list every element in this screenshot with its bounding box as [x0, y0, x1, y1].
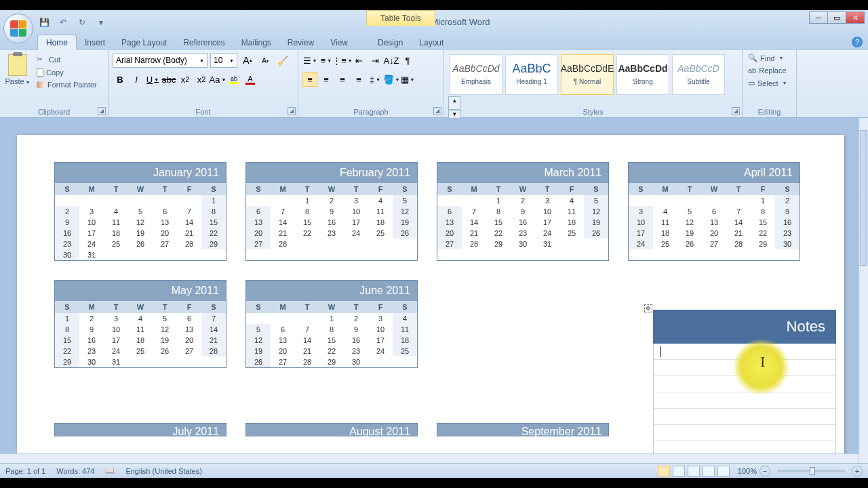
vertical-scrollbar[interactable] — [859, 118, 868, 463]
calendar-partial: August 2011 — [245, 423, 418, 436]
word-count[interactable]: Words: 474 — [56, 467, 94, 475]
subscript-button[interactable]: x2 — [178, 72, 193, 87]
italic-button[interactable]: I — [129, 72, 144, 87]
save-icon[interactable]: 💾 — [37, 16, 51, 29]
proofing-icon[interactable]: 📖 — [105, 466, 115, 475]
print-layout-view[interactable] — [658, 466, 670, 476]
style-subtitle[interactable]: AaBbCcDSubtitle — [672, 54, 725, 95]
scissors-icon: ✂ — [37, 55, 46, 64]
find-button[interactable]: 🔍Find▼ — [747, 52, 792, 64]
tab-references[interactable]: References — [175, 35, 233, 50]
help-icon[interactable]: ? — [852, 37, 863, 47]
group-paragraph: ☰▼ ≡▼ ⋮≡▼ ⇤ ⇥ A↓Z ¶ ≡ ≡ ≡ ≡ ‡▼ 🪣▼ ▦▼ Par… — [298, 50, 444, 117]
align-left-button[interactable]: ≡ — [302, 72, 317, 87]
qat-dropdown-icon[interactable]: ▾ — [94, 16, 108, 29]
tab-review[interactable]: Review — [279, 35, 322, 50]
paste-button[interactable]: Paste▼ — [4, 53, 31, 99]
underline-button[interactable]: U▼ — [145, 72, 160, 87]
bold-button[interactable]: B — [113, 72, 127, 87]
replace-icon: ab — [748, 66, 756, 75]
font-dialog-launcher[interactable]: ◢ — [288, 107, 296, 115]
font-name-select[interactable]: Arial Narrow (Body)▼ — [113, 53, 208, 68]
copy-icon — [37, 68, 43, 77]
title-bar: 💾 ↶ ↻ ▾ Document5 - Microsoft Word Table… — [0, 10, 868, 34]
web-layout-view[interactable] — [688, 466, 700, 476]
find-icon: 🔍 — [748, 54, 757, 62]
clear-format-icon[interactable]: 🧹 — [275, 53, 290, 68]
font-color-button[interactable]: A — [243, 72, 258, 87]
horizontal-scrollbar[interactable] — [0, 453, 859, 463]
style-strong[interactable]: AaBbCcDdStrong — [616, 54, 669, 95]
replace-button[interactable]: abReplace — [747, 64, 792, 77]
full-screen-view[interactable] — [673, 466, 685, 476]
select-button[interactable]: ▭Select▼ — [747, 77, 792, 89]
style--normal[interactable]: AaBbCcDdE¶ Normal — [561, 54, 614, 95]
paragraph-dialog-launcher[interactable]: ◢ — [433, 107, 441, 115]
tab-insert[interactable]: Insert — [77, 35, 113, 50]
tab-design[interactable]: Design — [370, 35, 411, 50]
style-heading-1[interactable]: AaBbCHeading 1 — [505, 54, 558, 95]
outline-view[interactable] — [703, 466, 715, 476]
font-size-select[interactable]: 10▼ — [210, 53, 237, 68]
indent-dec-button[interactable]: ⇤ — [351, 53, 366, 68]
maximize-button[interactable]: ▭ — [827, 12, 846, 24]
format-painter-button[interactable]: Format Painter — [34, 79, 100, 91]
text-cursor — [660, 346, 661, 357]
shading-button[interactable]: 🪣▼ — [384, 72, 399, 87]
tab-layout[interactable]: Layout — [411, 35, 452, 50]
multilevel-button[interactable]: ⋮≡▼ — [335, 53, 350, 68]
office-logo-icon — [10, 20, 26, 37]
page[interactable]: January 2011SMTWTFS123456789101112131415… — [17, 135, 844, 460]
strike-button[interactable]: abc — [161, 72, 176, 87]
numbering-button[interactable]: ≡▼ — [319, 53, 334, 68]
notes-body[interactable] — [653, 344, 836, 463]
redo-icon[interactable]: ↻ — [75, 16, 89, 29]
bullets-button[interactable]: ☰▼ — [302, 53, 317, 68]
show-marks-button[interactable]: ¶ — [400, 53, 415, 68]
line-spacing-button[interactable]: ‡▼ — [368, 72, 382, 87]
zoom-in-button[interactable]: + — [852, 466, 863, 476]
style-emphasis[interactable]: AaBbCcDdEmphasis — [450, 54, 502, 95]
superscript-button[interactable]: x2 — [194, 72, 209, 87]
calendar-june-2011: June 2011SMTWTFS123456789101112131415161… — [245, 280, 418, 368]
group-clipboard: Paste▼ ✂Cut Copy Format Painter Clipboar… — [0, 50, 108, 117]
minimize-button[interactable]: ─ — [809, 12, 828, 24]
grow-font-icon[interactable]: A▴ — [240, 53, 255, 68]
calendar-may-2011: May 2011SMTWTFS1234567891011121314151617… — [54, 280, 226, 368]
table-tools-context: Table Tools — [366, 10, 435, 26]
highlight-button[interactable]: ab — [226, 72, 241, 87]
zoom-level[interactable]: 100% — [738, 467, 757, 475]
document-area[interactable]: January 2011SMTWTFS123456789101112131415… — [0, 118, 859, 463]
cut-button[interactable]: ✂Cut — [34, 53, 100, 66]
copy-button[interactable]: Copy — [34, 66, 100, 79]
calendar-january-2011: January 2011SMTWTFS123456789101112131415… — [54, 162, 226, 261]
clipboard-dialog-launcher[interactable]: ◢ — [98, 107, 106, 115]
draft-view[interactable] — [717, 466, 730, 476]
justify-button[interactable]: ≡ — [351, 72, 366, 87]
indent-inc-button[interactable]: ⇥ — [368, 53, 382, 68]
zoom-slider[interactable] — [777, 470, 845, 472]
office-button[interactable] — [3, 14, 33, 43]
group-editing: 🔍Find▼ abReplace ▭Select▼ Editing — [743, 50, 797, 117]
styles-dialog-launcher[interactable]: ◢ — [732, 107, 740, 115]
zoom-out-button[interactable]: − — [760, 466, 770, 476]
tab-view[interactable]: View — [322, 35, 356, 50]
borders-button[interactable]: ▦▼ — [400, 72, 415, 87]
select-icon: ▭ — [748, 79, 755, 87]
shrink-font-icon[interactable]: A▾ — [258, 53, 273, 68]
change-case-button[interactable]: Aa▼ — [210, 72, 225, 87]
align-center-button[interactable]: ≡ — [319, 72, 334, 87]
tab-home[interactable]: Home — [37, 35, 77, 50]
paste-icon — [8, 54, 27, 76]
align-right-button[interactable]: ≡ — [335, 72, 350, 87]
page-status[interactable]: Page: 1 of 1 — [5, 467, 45, 475]
language-status[interactable]: English (United States) — [125, 467, 202, 475]
sort-button[interactable]: A↓Z — [384, 53, 399, 68]
tab-mailings[interactable]: Mailings — [233, 35, 279, 50]
brush-icon — [37, 81, 45, 88]
group-styles: AaBbCcDdEmphasisAaBbCHeading 1AaBbCcDdE¶… — [444, 50, 743, 117]
close-button[interactable]: ✕ — [846, 12, 865, 24]
undo-icon[interactable]: ↶ — [56, 16, 70, 29]
tab-page-layout[interactable]: Page Layout — [113, 35, 175, 50]
table-anchor-icon[interactable]: ✥ — [644, 304, 652, 312]
